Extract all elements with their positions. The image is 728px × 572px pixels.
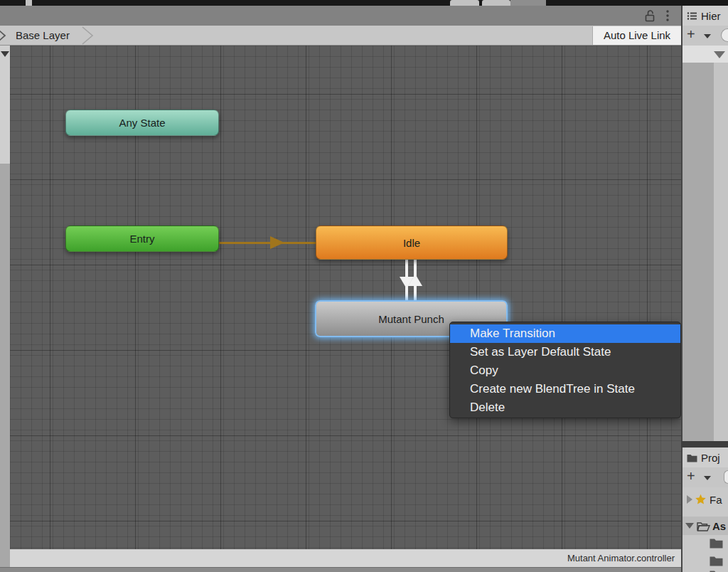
dropdown-arrow-icon[interactable] xyxy=(704,34,711,38)
folder-icon[interactable] xyxy=(710,569,723,572)
foldout-down-icon[interactable] xyxy=(714,51,725,58)
foldout-right-icon[interactable] xyxy=(687,495,692,504)
animator-status-bar: Mutant Animator.controller xyxy=(10,549,681,567)
left-panel-sliver xyxy=(0,46,10,164)
state-node-label: Any State xyxy=(119,117,165,129)
tab-fragment xyxy=(482,0,510,6)
state-node-any-state[interactable]: Any State xyxy=(65,110,219,136)
tab-project-label: Proj xyxy=(701,452,720,464)
tab-fragment xyxy=(510,0,546,6)
context-menu: Make Transition Set as Layer Default Sta… xyxy=(449,322,681,418)
menu-item-create-new-blendtree[interactable]: Create new BlendTree in State xyxy=(450,380,680,398)
controller-filename: Mutant Animator.controller xyxy=(567,553,675,563)
breadcrumb-bar: Base Layer Auto Live Link xyxy=(0,26,681,46)
folder-icon[interactable] xyxy=(710,537,723,549)
menu-item-set-as-layer-default-state[interactable]: Set as Layer Default State xyxy=(450,343,680,361)
breadcrumb-scroll-chevron-icon xyxy=(0,29,7,42)
transition-arrowhead-up-icon[interactable] xyxy=(408,274,422,286)
state-node-label: Idle xyxy=(403,237,420,249)
plus-icon[interactable]: + xyxy=(687,468,695,484)
tab-hierarchy-label: Hier xyxy=(701,10,721,22)
unity-animator-screenshot: Base Layer Auto Live Link Any State Entr… xyxy=(0,0,728,572)
transition-arrowhead-right-icon[interactable] xyxy=(270,236,284,249)
kebab-menu-icon[interactable] xyxy=(660,8,675,23)
foldout-down-icon[interactable] xyxy=(1,51,9,57)
tab-fragment xyxy=(450,0,479,6)
foldout-down-icon[interactable] xyxy=(685,523,694,529)
search-input[interactable] xyxy=(724,470,728,484)
window-top-strip xyxy=(0,0,728,6)
state-node-idle[interactable]: Idle xyxy=(316,226,508,260)
project-toolbar: + xyxy=(682,467,728,487)
breadcrumb[interactable]: Base Layer xyxy=(16,26,70,46)
hierarchy-scene-row[interactable] xyxy=(682,46,728,63)
folder-icon[interactable] xyxy=(710,555,723,566)
state-node-label: Mutant Punch xyxy=(378,313,444,325)
menu-item-make-transition[interactable]: Make Transition xyxy=(450,324,680,343)
project-row-favorites[interactable]: Fa xyxy=(682,491,728,508)
animator-header-bar xyxy=(0,6,681,26)
menu-item-copy[interactable]: Copy xyxy=(450,361,680,380)
favorites-label: Fa xyxy=(710,494,722,506)
tab-hierarchy[interactable]: Hier xyxy=(682,6,728,26)
open-folder-icon xyxy=(697,521,710,531)
window-bottom-strip xyxy=(0,567,681,572)
transition-entry-to-idle[interactable] xyxy=(219,242,316,244)
panel-divider-horizontal[interactable] xyxy=(681,441,728,447)
breadcrumb-chevron-icon xyxy=(80,26,97,45)
folder-icon xyxy=(687,453,697,462)
unlocked-padlock-icon[interactable] xyxy=(642,8,658,23)
star-icon xyxy=(695,494,707,505)
search-input[interactable] xyxy=(721,28,728,42)
hierarchy-scrollbar-track[interactable] xyxy=(714,63,728,441)
project-row-assets[interactable]: As xyxy=(682,517,728,535)
plus-icon[interactable]: + xyxy=(687,26,695,43)
state-node-label: Entry xyxy=(129,233,154,245)
hierarchy-content[interactable] xyxy=(682,63,714,441)
left-panel-sliver-lower xyxy=(0,164,10,567)
dropdown-arrow-icon[interactable] xyxy=(704,476,711,480)
tab-fragment xyxy=(26,0,32,6)
menu-item-delete[interactable]: Delete xyxy=(450,398,680,417)
state-node-entry[interactable]: Entry xyxy=(65,226,219,252)
tab-project[interactable]: Proj xyxy=(682,447,728,467)
auto-live-link-button[interactable]: Auto Live Link xyxy=(592,26,681,45)
project-panel: Proj + Fa As xyxy=(682,447,728,572)
hierarchy-list-icon xyxy=(687,11,697,21)
assets-label: As xyxy=(712,520,726,532)
hierarchy-toolbar: + xyxy=(682,26,728,46)
